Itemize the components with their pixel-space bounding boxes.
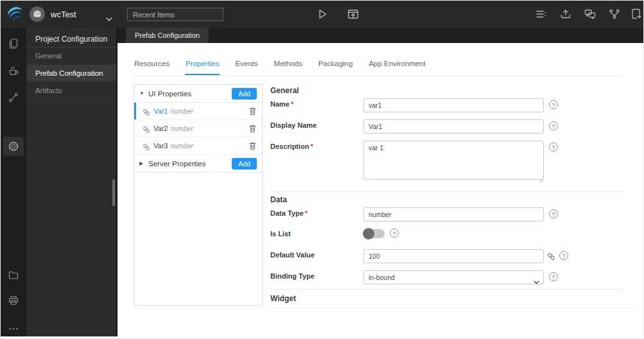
property-name: Var3	[153, 142, 168, 150]
property-row-var2[interactable]: Var2 number	[134, 120, 262, 137]
settings-gear-icon[interactable]	[8, 141, 19, 152]
panel-title: Project Configuration	[35, 35, 107, 44]
binding-link-icon	[143, 107, 150, 115]
data-type-field[interactable]	[363, 207, 544, 222]
properties-list-card: ▼ UI Properties Add Var1 number Var2	[134, 84, 263, 306]
java-services-icon[interactable]	[8, 65, 19, 76]
name-help-icon[interactable]: ?	[549, 100, 558, 109]
ui-properties-label: UI Properties	[148, 90, 191, 98]
sidebar-item-prefab-configuration[interactable]: Prefab Configuration	[26, 65, 116, 82]
tab-properties[interactable]: Properties	[185, 56, 220, 75]
required-asterisk: *	[305, 209, 308, 217]
file-explorer-folder-icon[interactable]	[8, 269, 19, 281]
tab-events[interactable]: Events	[234, 56, 258, 75]
prefab-configuration-content: Resources Properties Events Methods Pack…	[117, 43, 644, 336]
description-label: Description*	[270, 143, 313, 150]
delete-trash-icon[interactable]	[248, 124, 257, 133]
required-asterisk: *	[311, 143, 313, 150]
property-row-var1[interactable]: Var1 number	[134, 103, 262, 120]
wavemaker-logo-icon[interactable]	[6, 4, 26, 24]
more-ellipsis-icon[interactable]	[8, 323, 19, 335]
required-asterisk: *	[291, 100, 293, 108]
chevron-down-icon[interactable]	[106, 12, 112, 24]
apis-connector-icon[interactable]	[8, 92, 19, 103]
feedback-chat-icon[interactable]	[584, 8, 596, 20]
project-name[interactable]: wcTest	[51, 10, 76, 19]
is-list-label: Is List	[270, 230, 291, 238]
is-list-help-icon[interactable]: ?	[390, 229, 399, 238]
pages-icon[interactable]	[8, 38, 19, 49]
document-tab-strip: Prefab Configuration	[117, 28, 644, 43]
delete-trash-icon[interactable]	[248, 107, 257, 116]
description-help-icon[interactable]: ?	[549, 143, 558, 152]
display-name-label: Display Name	[270, 121, 317, 129]
panel-scrollbar-thumb[interactable]	[112, 179, 115, 206]
default-value-help-icon[interactable]: ?	[559, 251, 568, 260]
app-window: wcTest	[0, 0, 644, 339]
doc-tab-prefab-configuration[interactable]: Prefab Configuration	[126, 28, 209, 43]
name-label: Name*	[270, 100, 293, 108]
section-divider	[270, 289, 623, 290]
display-name-help-icon[interactable]: ?	[549, 121, 558, 130]
name-label-text: Name	[270, 100, 290, 108]
binding-type-help-icon[interactable]: ?	[549, 272, 558, 281]
sidebar-item-general[interactable]: General	[26, 48, 116, 64]
property-name: Var2	[153, 125, 168, 132]
binding-type-select[interactable]: in-bound	[363, 270, 544, 284]
property-type: number	[170, 142, 193, 150]
fork-branch-icon[interactable]	[609, 8, 620, 20]
section-divider	[270, 191, 623, 191]
section-title-general: General	[270, 86, 299, 95]
default-value-label: Default Value	[270, 251, 315, 259]
description-label-text: Description	[270, 143, 309, 150]
section-title-widget: Widget	[270, 294, 296, 303]
preferences-list-icon[interactable]	[535, 8, 547, 20]
is-list-toggle[interactable]	[363, 229, 385, 238]
bind-link-icon[interactable]	[547, 252, 555, 260]
preview-deploy-icon[interactable]	[347, 8, 359, 20]
default-value-field[interactable]	[363, 249, 544, 263]
project-configuration-panel: Project Configuration General Prefab Con…	[26, 28, 117, 336]
add-server-property-button[interactable]: Add	[232, 158, 257, 170]
display-name-field[interactable]	[363, 119, 544, 134]
run-play-icon[interactable]	[317, 8, 328, 20]
description-field[interactable]: var 1	[363, 141, 544, 180]
content-bottom-divider	[134, 308, 633, 308]
tab-packaging[interactable]: Packaging	[318, 56, 354, 75]
project-avatar[interactable]	[30, 6, 45, 22]
sidebar-item-artifacts[interactable]: Artifacts	[26, 82, 116, 99]
tab-app-environment[interactable]: App Environment	[368, 56, 426, 75]
property-row-var3[interactable]: Var3 number	[134, 137, 262, 155]
ui-properties-group-header[interactable]: ▼ UI Properties Add	[134, 85, 262, 103]
left-icon-rail	[1, 28, 26, 336]
tab-methods[interactable]: Methods	[274, 56, 303, 75]
name-field[interactable]	[363, 98, 544, 112]
property-type: number	[170, 125, 193, 132]
property-name: Var1	[153, 107, 168, 115]
binding-link-icon	[143, 125, 150, 132]
property-type: number	[170, 107, 193, 115]
add-ui-property-button[interactable]: Add	[232, 88, 257, 100]
recent-items-input[interactable]	[127, 8, 223, 21]
delete-trash-icon[interactable]	[248, 141, 257, 150]
publish-export-icon[interactable]	[560, 8, 571, 20]
config-tabs: Resources Properties Events Methods Pack…	[134, 56, 441, 75]
server-properties-label: Server Properties	[148, 160, 205, 168]
export-file-icon[interactable]	[631, 8, 642, 20]
binding-type-label: Binding Type	[270, 272, 315, 280]
caret-down-icon[interactable]: ▼	[139, 91, 146, 96]
data-type-label: Data Type*	[270, 209, 308, 217]
tabs-divider	[134, 75, 623, 76]
server-properties-group-header[interactable]: ▶ Server Properties Add	[134, 155, 262, 173]
data-type-help-icon[interactable]: ?	[549, 209, 558, 218]
toggle-knob	[363, 228, 374, 239]
top-bar: wcTest	[1, 1, 644, 28]
binding-link-icon	[143, 142, 150, 150]
console-log-icon[interactable]	[8, 295, 19, 306]
section-title-data: Data	[270, 195, 287, 204]
data-type-label-text: Data Type	[270, 209, 304, 217]
tab-resources[interactable]: Resources	[134, 56, 170, 75]
caret-right-icon[interactable]: ▶	[139, 161, 146, 166]
